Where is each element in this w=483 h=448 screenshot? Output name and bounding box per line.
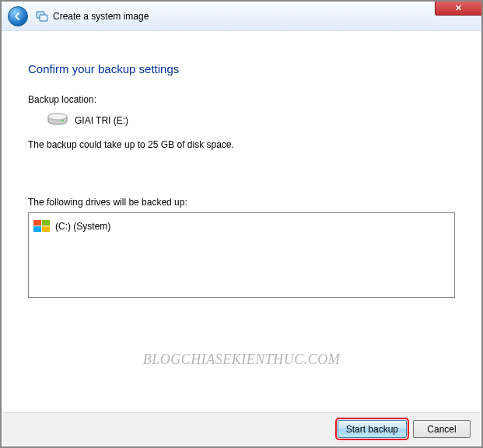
backup-location-row: GIAI TRI (E:) [28,113,455,128]
svg-rect-6 [42,220,50,226]
drive-item-label: (C:) (System) [55,221,110,232]
close-button[interactable]: ✕ [435,2,481,16]
start-backup-button[interactable]: Start backup [338,420,407,438]
system-image-icon [36,10,48,23]
close-icon: ✕ [455,3,462,13]
cancel-button[interactable]: Cancel [413,420,471,438]
hard-drive-icon [47,113,68,128]
svg-rect-1 [40,15,47,21]
arrow-left-icon [12,11,23,22]
navigation-header: Create a system image [2,2,481,31]
button-bar: Start backup Cancel [3,412,480,445]
list-item: (C:) (System) [33,218,450,235]
wizard-window: ✕ Create a system image Confirm your bac… [0,0,483,448]
watermark-text: BLOGCHIASEKIENTHUC.COM [2,352,481,368]
page-heading: Confirm your backup settings [28,62,455,75]
drives-list-box: (C:) (System) [28,212,455,298]
drives-list-label: The following drives will be backed up: [28,197,455,208]
svg-rect-4 [61,120,64,121]
svg-rect-8 [42,226,50,232]
window-title: Create a system image [53,11,149,22]
back-button[interactable] [8,6,28,26]
svg-point-3 [48,114,67,120]
windows-drive-icon [33,220,51,233]
svg-rect-5 [33,220,41,226]
svg-rect-7 [33,226,41,232]
content-area: Confirm your backup settings Backup loca… [2,31,481,298]
backup-location-label: Backup location: [28,94,455,105]
backup-drive-name: GIAI TRI (E:) [75,115,128,126]
backup-size-note: The backup could take up to 25 GB of dis… [28,139,455,150]
